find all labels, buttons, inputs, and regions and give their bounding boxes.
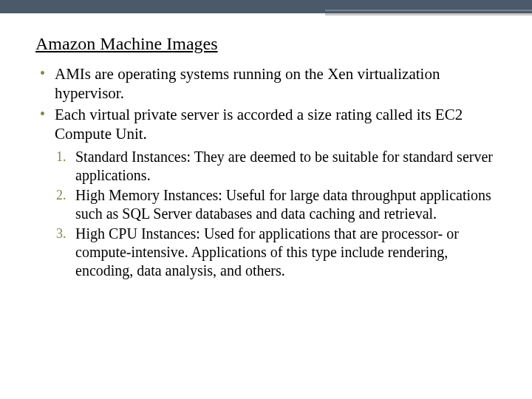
slide-title: Amazon Machine Images (35, 34, 497, 54)
numbered-item: High CPU Instances: Used for application… (56, 225, 497, 280)
bullet-item: AMIs are operating systems running on th… (38, 64, 497, 103)
decorative-top-bar (0, 0, 532, 13)
numbered-item: High Memory Instances: Useful for large … (56, 186, 497, 223)
numbered-list: Standard Instances: They are deemed to b… (56, 148, 497, 280)
bullet-item: Each virtual private server is accorded … (38, 105, 497, 144)
bullet-list: AMIs are operating systems running on th… (38, 64, 497, 143)
numbered-item: Standard Instances: They are deemed to b… (56, 148, 497, 185)
decorative-line (325, 10, 532, 11)
slide-content: Amazon Machine Images AMIs are operating… (0, 13, 532, 280)
